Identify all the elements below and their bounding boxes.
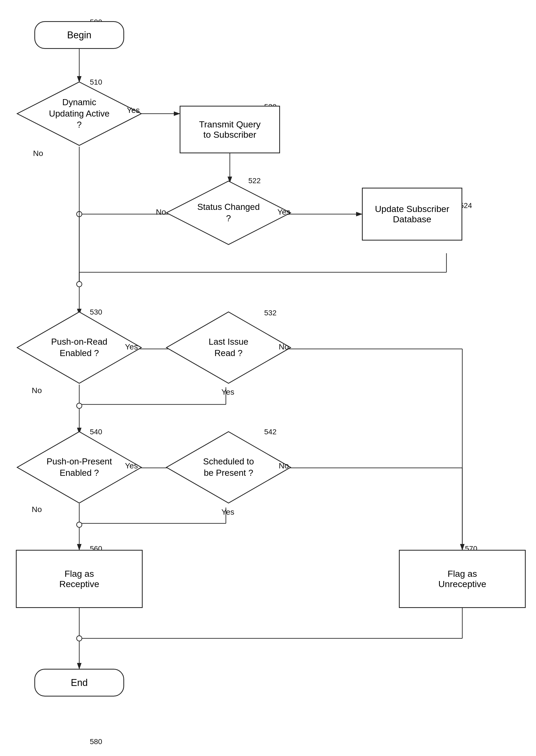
label-532-yes: Yes [221,387,234,397]
svg-point-13 [77,281,82,287]
node-530: Push-on-Read Enabled ? [16,310,143,385]
label-510-no: No [33,149,43,158]
label-540-yes: Yes [125,461,138,470]
node-570: Flag as Unreceptive [399,550,526,608]
svg-point-31 [77,636,82,641]
svg-point-10 [77,211,82,217]
label-540-no: No [32,505,42,514]
node-524: Update Subscriber Database [362,188,462,240]
node-520: Transmit Query to Subscriber [180,106,280,153]
step-num-580: 580 [90,738,102,746]
node-begin: Begin [34,21,124,49]
label-522-no: No [156,207,166,216]
node-522: Status Changed ? [165,180,292,246]
node-560: Flag as Receptive [16,550,143,608]
node-end: End [34,669,124,697]
label-522-yes: Yes [277,207,290,216]
label-542-no: No [279,461,289,470]
label-532-no: No [279,342,289,351]
label-530-no: No [32,386,42,395]
label-542-yes: Yes [221,508,234,517]
flowchart: 500 Begin 510 Dynamic Updating Active ? … [0,0,536,756]
svg-point-21 [77,403,82,409]
node-542: Scheduled to be Present ? [165,430,292,504]
node-510: Dynamic Updating Active ? [16,81,143,147]
node-540: Push-on-Present Enabled ? [16,430,143,504]
svg-point-28 [77,522,82,527]
label-510-yes: Yes [127,106,140,115]
node-532: Last Issue Read ? [165,310,292,385]
label-530-yes: Yes [125,342,138,351]
